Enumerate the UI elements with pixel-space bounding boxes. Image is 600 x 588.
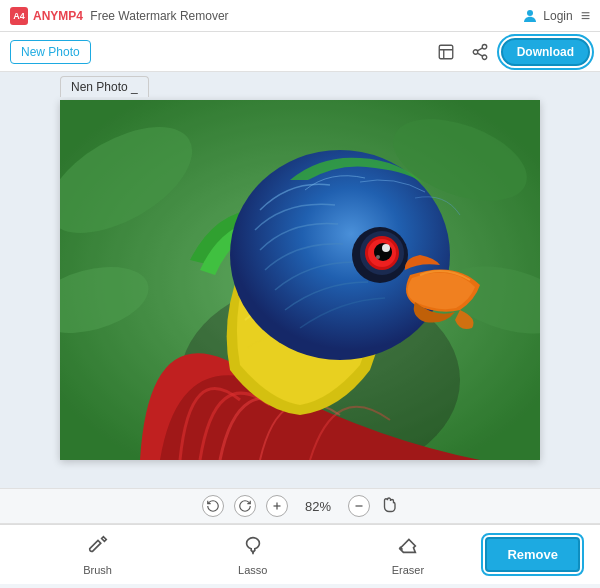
rotate-right-button[interactable]: [234, 495, 256, 517]
share-icon: [471, 43, 489, 61]
svg-point-4: [482, 55, 487, 60]
svg-rect-1: [439, 45, 453, 59]
svg-point-0: [527, 10, 533, 16]
brush-tool[interactable]: Brush: [20, 534, 175, 576]
zoom-in-icon: [271, 500, 283, 512]
rotate-right-icon: [238, 499, 252, 513]
svg-point-20: [382, 244, 390, 252]
login-label: Login: [543, 9, 572, 23]
app-logo: A4 ANYMP4 Free Watermark Remover: [10, 7, 229, 25]
save-icon: [437, 43, 455, 61]
save-icon-button[interactable]: [433, 39, 459, 65]
bottom-toolbar: Brush Lasso Eraser Remove: [0, 524, 600, 584]
svg-point-21: [376, 255, 380, 259]
svg-point-3: [473, 49, 478, 54]
user-icon: [521, 7, 539, 25]
rotate-left-button[interactable]: [202, 495, 224, 517]
lasso-tool[interactable]: Lasso: [175, 534, 330, 576]
zoom-bar: 82%: [0, 488, 600, 524]
eraser-label: Eraser: [392, 564, 424, 576]
brush-label: Brush: [83, 564, 112, 576]
user-icon-area[interactable]: Login: [521, 7, 572, 25]
svg-point-2: [482, 44, 487, 49]
titlebar-right: Login ≡: [521, 7, 590, 25]
lasso-label: Lasso: [238, 564, 267, 576]
menu-icon[interactable]: ≡: [581, 7, 590, 25]
rotate-left-icon: [206, 499, 220, 513]
new-photo-button[interactable]: New Photo: [10, 40, 91, 64]
svg-line-6: [477, 47, 482, 50]
svg-line-5: [477, 53, 482, 56]
app-title: ANYMP4 Free Watermark Remover: [33, 9, 229, 23]
lasso-icon: [242, 534, 264, 561]
zoom-out-button[interactable]: [348, 495, 370, 517]
hand-tool-button[interactable]: [380, 495, 398, 517]
image-container: Nen Photo _: [60, 100, 540, 460]
share-icon-button[interactable]: [467, 39, 493, 65]
eraser-tool[interactable]: Eraser: [330, 534, 485, 576]
toolbar-right: Download: [433, 38, 590, 66]
zoom-level: 82%: [298, 499, 338, 514]
zoom-in-button[interactable]: [266, 495, 288, 517]
eraser-icon: [397, 534, 419, 561]
photo-tab[interactable]: Nen Photo _: [60, 76, 149, 97]
parrot-image: [60, 100, 540, 460]
logo-icon: A4: [10, 7, 28, 25]
zoom-out-icon: [353, 500, 365, 512]
main-content: Nen Photo _: [0, 72, 600, 488]
brush-icon: [87, 534, 109, 561]
hand-icon: [380, 495, 398, 513]
svg-point-14: [230, 150, 450, 360]
remove-button[interactable]: Remove: [485, 537, 580, 572]
toolbar: New Photo Download: [0, 32, 600, 72]
titlebar: A4 ANYMP4 Free Watermark Remover Login ≡: [0, 0, 600, 32]
download-button[interactable]: Download: [501, 38, 590, 66]
